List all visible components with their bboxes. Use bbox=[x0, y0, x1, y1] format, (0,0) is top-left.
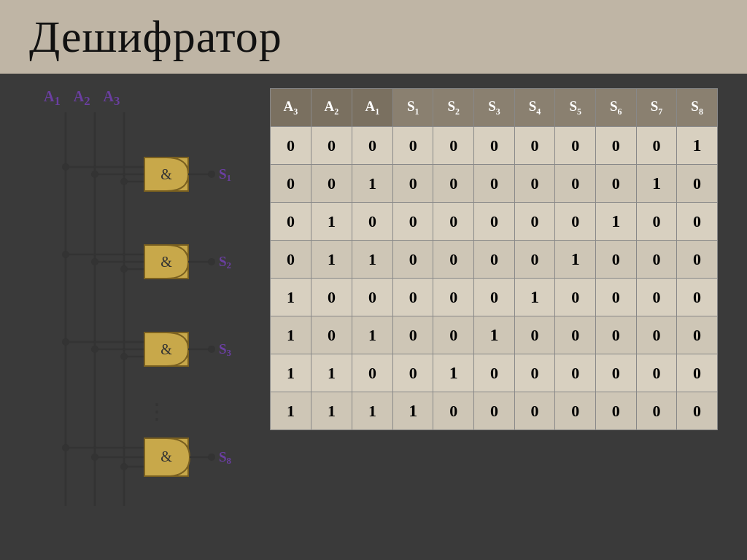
table-cell: 0 bbox=[433, 203, 474, 241]
table-cell: 0 bbox=[514, 354, 555, 392]
a1-label: A1 bbox=[44, 88, 61, 109]
table-cell: 0 bbox=[514, 165, 555, 203]
table-cell: 0 bbox=[474, 241, 515, 279]
table-cell: 0 bbox=[555, 127, 596, 165]
table-cell: 0 bbox=[595, 316, 636, 354]
svg-text:S3: S3 bbox=[219, 341, 232, 358]
table-cell: 0 bbox=[636, 279, 677, 316]
table-cell: 0 bbox=[474, 165, 515, 203]
table-cell: 0 bbox=[474, 203, 515, 241]
table-cell: 0 bbox=[514, 316, 555, 354]
svg-point-12 bbox=[208, 171, 215, 178]
table-cell: 1 bbox=[271, 354, 311, 392]
svg-text:&: & bbox=[160, 341, 172, 357]
table-cell: 0 bbox=[352, 127, 392, 165]
table-cell: 0 bbox=[636, 354, 677, 392]
truth-table: A3 A2 A1 S1 S2 S3 S4 S5 S6 S7 S8 0000000… bbox=[270, 88, 718, 538]
table-cell: 0 bbox=[433, 165, 474, 203]
table-cell: 0 bbox=[555, 354, 596, 392]
table-cell: 0 bbox=[433, 279, 474, 316]
table-cell: 1 bbox=[555, 241, 596, 279]
table-cell: 0 bbox=[433, 392, 474, 430]
table-cell: 1 bbox=[311, 354, 352, 392]
table-cell: 1 bbox=[271, 279, 311, 316]
table-cell: 0 bbox=[271, 165, 311, 203]
table-cell: 1 bbox=[595, 203, 636, 241]
table-cell: 0 bbox=[555, 392, 596, 430]
svg-point-23 bbox=[208, 258, 215, 265]
header-s4: S4 bbox=[514, 89, 555, 127]
table-cell: 0 bbox=[271, 241, 311, 279]
svg-point-8 bbox=[120, 178, 128, 185]
svg-text:&: & bbox=[160, 448, 172, 464]
table-cell: 0 bbox=[474, 279, 515, 316]
table-cell: 0 bbox=[595, 392, 636, 430]
svg-point-41 bbox=[91, 454, 98, 461]
table-cell: 1 bbox=[677, 127, 718, 165]
table-cell: 0 bbox=[677, 392, 718, 430]
table-cell: 1 bbox=[352, 392, 392, 430]
page-title: Дешифратор bbox=[29, 11, 718, 63]
header-s2: S2 bbox=[433, 89, 474, 127]
header-s6: S6 bbox=[595, 89, 636, 127]
table-cell: 0 bbox=[271, 203, 311, 241]
table-cell: 1 bbox=[311, 241, 352, 279]
header-s3: S3 bbox=[474, 89, 515, 127]
svg-text:S1: S1 bbox=[219, 166, 231, 183]
svg-text:S2: S2 bbox=[219, 254, 231, 271]
header-s5: S5 bbox=[555, 89, 596, 127]
header-a2: A2 bbox=[311, 89, 352, 127]
table-cell: 0 bbox=[677, 241, 718, 279]
svg-point-18 bbox=[91, 258, 98, 265]
svg-point-40 bbox=[62, 444, 69, 451]
table-cell: 0 bbox=[271, 127, 311, 165]
table-cell: 1 bbox=[271, 316, 311, 354]
table-cell: 0 bbox=[311, 165, 352, 203]
table-cell: 0 bbox=[352, 354, 392, 392]
table-cell: 0 bbox=[311, 316, 352, 354]
table-cell: 0 bbox=[555, 165, 596, 203]
table-cell: 1 bbox=[271, 392, 311, 430]
table-cell: 0 bbox=[433, 241, 474, 279]
table-cell: 0 bbox=[595, 127, 636, 165]
table-cell: 1 bbox=[311, 203, 352, 241]
table-cell: 0 bbox=[514, 127, 555, 165]
table-cell: 1 bbox=[514, 279, 555, 316]
svg-point-6 bbox=[62, 163, 69, 171]
table-cell: 1 bbox=[352, 165, 392, 203]
table-cell: 0 bbox=[474, 354, 515, 392]
header-a1: A1 bbox=[352, 89, 392, 127]
table-cell: 0 bbox=[677, 279, 718, 316]
table-cell: 1 bbox=[636, 165, 677, 203]
svg-point-7 bbox=[91, 171, 98, 178]
svg-point-42 bbox=[120, 463, 128, 470]
svg-point-29 bbox=[91, 346, 98, 353]
table-cell: 0 bbox=[433, 127, 474, 165]
table-cell: 0 bbox=[352, 279, 392, 316]
table-cell: 0 bbox=[595, 279, 636, 316]
table-cell: 0 bbox=[677, 354, 718, 392]
table-cell: 0 bbox=[392, 279, 433, 316]
table-cell: 0 bbox=[677, 203, 718, 241]
table-cell: 0 bbox=[392, 316, 433, 354]
svg-point-17 bbox=[62, 251, 69, 258]
table-cell: 0 bbox=[392, 165, 433, 203]
table-cell: 0 bbox=[636, 392, 677, 430]
a2-label: A2 bbox=[74, 88, 90, 109]
table-cell: 0 bbox=[636, 127, 677, 165]
table-cell: 0 bbox=[392, 354, 433, 392]
header-a3: A3 bbox=[271, 89, 311, 127]
svg-text:&: & bbox=[160, 166, 172, 182]
table-cell: 0 bbox=[514, 241, 555, 279]
table-cell: 0 bbox=[595, 241, 636, 279]
table-cell: 1 bbox=[311, 392, 352, 430]
svg-text:S8: S8 bbox=[219, 449, 232, 466]
svg-text:&: & bbox=[160, 254, 172, 270]
table-cell: 0 bbox=[392, 241, 433, 279]
table-cell: 0 bbox=[474, 392, 515, 430]
svg-point-19 bbox=[120, 265, 128, 273]
table-cell: 0 bbox=[677, 165, 718, 203]
table-cell: 0 bbox=[311, 127, 352, 165]
table-cell: 0 bbox=[555, 203, 596, 241]
table-cell: 0 bbox=[474, 127, 515, 165]
